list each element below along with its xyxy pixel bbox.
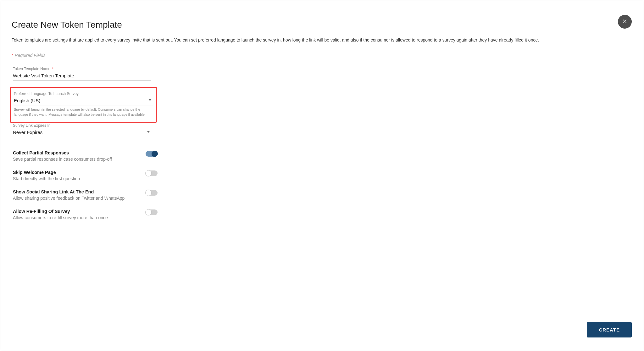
allow-refill-row: Allow Re-Filling Of Survey Allow consume…	[13, 209, 158, 220]
token-name-label-text: Token Template Name	[13, 67, 50, 71]
allow-refill-title: Allow Re-Filling Of Survey	[13, 209, 108, 214]
skip-welcome-toggle[interactable]	[146, 170, 158, 176]
preferred-language-highlight: Preferred Language To Launch Survey Engl…	[10, 87, 157, 123]
preferred-language-value: English (US)	[14, 97, 153, 105]
survey-link-expiry-field: Survey Link Expires In Never Expires	[13, 123, 151, 137]
collect-partial-sub: Save partial responses in case consumers…	[13, 157, 112, 162]
required-fields-text: Required Fields	[14, 53, 45, 58]
show-social-sub: Allow sharing positive feedback on Twitt…	[13, 196, 125, 201]
collect-partial-title: Collect Partial Responses	[13, 150, 112, 155]
collect-partial-text: Collect Partial Responses Save partial r…	[13, 150, 112, 162]
survey-link-expiry-value: Never Expires	[13, 128, 151, 137]
preferred-language-select[interactable]: English (US)	[14, 97, 153, 105]
chevron-down-icon	[147, 131, 150, 133]
show-social-row: Show Social Sharing Link At The End Allo…	[13, 189, 158, 201]
required-star: *	[52, 67, 54, 71]
close-icon	[622, 19, 628, 25]
collect-partial-row: Collect Partial Responses Save partial r…	[13, 150, 158, 162]
show-social-title: Show Social Sharing Link At The End	[13, 189, 125, 194]
token-name-field: Token Template Name *	[13, 67, 151, 81]
toggle-knob	[145, 190, 152, 196]
required-star: *	[12, 53, 13, 58]
close-button[interactable]	[618, 15, 632, 29]
chevron-down-icon	[148, 99, 152, 101]
survey-link-expiry-select[interactable]: Never Expires	[13, 128, 151, 137]
token-name-label: Token Template Name *	[13, 67, 151, 71]
collect-partial-toggle[interactable]	[146, 151, 158, 157]
modal-description: Token templates are settings that are ap…	[12, 37, 632, 43]
skip-welcome-row: Skip Welcome Page Start directly with th…	[13, 170, 158, 181]
toggle-knob	[152, 151, 158, 157]
skip-welcome-text: Skip Welcome Page Start directly with th…	[13, 170, 80, 181]
toggle-list: Collect Partial Responses Save partial r…	[13, 150, 632, 220]
allow-refill-text: Allow Re-Filling Of Survey Allow consume…	[13, 209, 108, 220]
allow-refill-sub: Allow consumers to re-fill survey more t…	[13, 215, 108, 220]
modal-content: Create New Token Template Token template…	[1, 1, 643, 220]
token-name-input[interactable]	[13, 72, 151, 81]
create-button[interactable]: CREATE	[587, 322, 632, 337]
skip-welcome-title: Skip Welcome Page	[13, 170, 80, 175]
show-social-toggle[interactable]	[146, 190, 158, 196]
preferred-language-label: Preferred Language To Launch Survey	[14, 92, 153, 96]
allow-refill-toggle[interactable]	[146, 209, 158, 215]
skip-welcome-sub: Start directly with the first question	[13, 176, 80, 181]
toggle-knob	[145, 209, 152, 215]
survey-link-expiry-label: Survey Link Expires In	[13, 123, 151, 128]
show-social-text: Show Social Sharing Link At The End Allo…	[13, 189, 125, 201]
toggle-knob	[145, 170, 152, 176]
preferred-language-help: Survey will launch in the selected langu…	[14, 107, 153, 117]
preferred-language-field: Preferred Language To Launch Survey Engl…	[14, 92, 153, 117]
modal-title: Create New Token Template	[12, 20, 632, 30]
required-fields-note: *Required Fields	[12, 53, 632, 58]
create-token-template-modal: Create New Token Template Token template…	[1, 1, 643, 350]
